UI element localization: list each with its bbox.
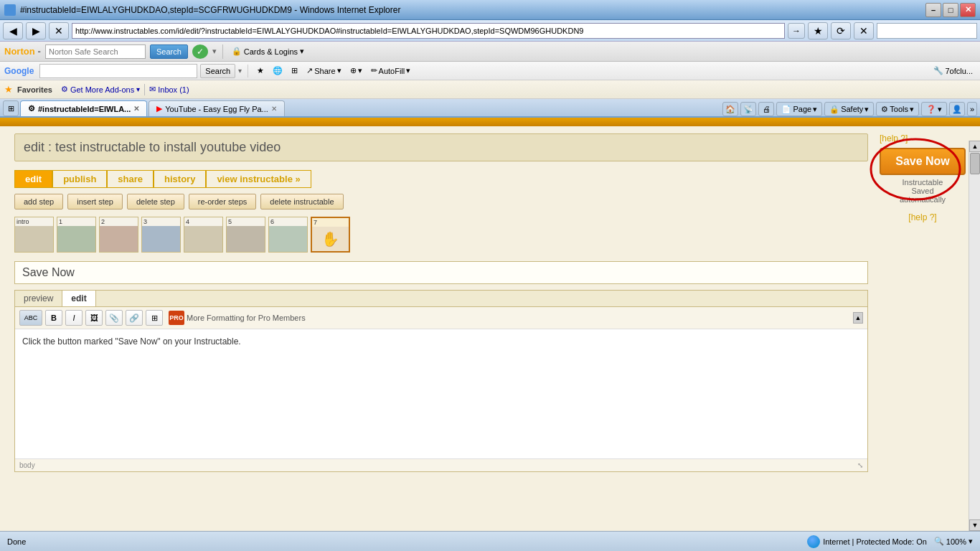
scrollbar-thumb[interactable] [970,153,980,174]
content-layout: edit : test instructable to install yout… [14,133,966,472]
google-toolbar-plus[interactable]: ⊕▾ [347,65,365,77]
favorites-item-addons[interactable]: ⚙ Get More Add-ons ▾ [61,85,140,94]
step-thumb-7[interactable]: 7 ✋ [311,217,350,253]
google-toolbar-input[interactable] [39,64,197,78]
favorites-bar: ★ Favorites ⚙ Get More Add-ons ▾ ✉ Inbox… [0,80,980,99]
step-thumb-4[interactable]: 4 [184,217,223,253]
norton-cards-logins[interactable]: 🔒 Cards & Logins ▾ [229,45,307,57]
save-now-button[interactable]: Save Now [880,148,966,175]
tab-view-instructable[interactable]: view instructable » [206,170,311,188]
favorites-button[interactable]: ★ [808,22,828,39]
delete-instructable-button[interactable]: delete instructable [260,194,343,209]
addons-arrow[interactable]: ▾ [136,85,140,93]
editor-content: Click the button marked "Save Now" on yo… [22,336,241,347]
close-button[interactable]: ✕ [960,3,976,17]
link-tool-button[interactable]: 🔗 [126,310,143,326]
help-link-2[interactable]: [help ?] [908,212,936,222]
tools-label-tab: Tools [890,105,908,113]
refresh-page-button[interactable]: ⟳ [831,22,851,39]
go-button[interactable]: → [788,23,805,39]
step-thumb-intro[interactable]: intro [14,217,54,253]
google-toolbar-autofill[interactable]: ✏ AutoFill ▾ [368,65,414,77]
page-scrollbar: ▲ ▼ [969,141,980,531]
step-thumb-2[interactable]: 2 [99,217,138,253]
image-tool-button[interactable]: 🖼 [85,310,103,326]
attach-tool-button[interactable]: 📎 [105,310,123,326]
stop-button[interactable]: ✕ [854,22,874,39]
tab-edit[interactable]: edit [14,170,52,188]
tab-youtube[interactable]: ▶ YouTube - Easy Egg Fly Pa... ✕ [149,100,284,116]
editor-container: preview edit ABC B I 🖼 📎 🔗 ⊞ PRO More [14,290,868,472]
scrollbar-down-button[interactable]: ▼ [969,519,980,531]
norton-search-button[interactable]: Search [150,44,188,59]
insert-step-button[interactable]: insert step [67,194,123,209]
google-toolbar-search-btn[interactable]: Search [200,64,235,78]
google-toolbar-share[interactable]: ↗ Share ▾ [303,65,344,77]
norton-dropdown-arrow[interactable]: ▾ [212,47,217,56]
google-toolbar-grid[interactable]: ⊞ [288,65,301,77]
tab-close-instructables[interactable]: ✕ [133,105,139,113]
home-button[interactable]: 🏠 [722,102,738,116]
reorder-steps-button[interactable]: re-order steps [189,194,256,209]
safety-label: Safety [841,105,863,113]
tab-icon-youtube: ▶ [156,104,162,113]
forward-button[interactable]: ▶ [26,22,46,39]
step-thumb-6[interactable]: 6 [268,217,308,253]
page-button[interactable]: 📄Page▾ [776,102,822,116]
add-step-button[interactable]: add step [14,194,63,209]
norton-cards-arrow: ▾ [300,47,304,56]
step-thumb-1[interactable]: 1 [57,217,96,253]
tab-history[interactable]: history [154,170,206,188]
refresh-button[interactable]: ✕ [49,22,69,39]
safety-button[interactable]: 🔒Safety▾ [824,102,874,116]
editor-tab-preview[interactable]: preview [15,291,62,306]
italic-tool-button[interactable]: I [65,310,83,326]
address-input[interactable] [72,23,785,39]
page-icon: 📄 [781,105,791,114]
bold-tool-button[interactable]: B [45,310,62,326]
google-tools-right[interactable]: 🔧 7ofclu... [930,65,976,77]
expand-button[interactable]: » [967,102,977,116]
zoom-indicator[interactable]: 🔍 100% ▾ [934,537,973,546]
delete-step-button[interactable]: delete step [127,194,184,209]
editor-body[interactable]: Click the button marked "Save Now" on yo… [15,329,867,458]
step-thumb-5[interactable]: 5 [226,217,265,253]
help-link-1[interactable]: [help ?] [880,133,908,143]
step-label-intro: intro [15,217,53,226]
abc-tool-button[interactable]: ABC [19,310,42,326]
help-button[interactable]: ❓▾ [921,102,947,116]
step-title-input[interactable] [14,261,868,284]
maximize-button[interactable]: □ [943,3,958,17]
google-toolbar-web[interactable]: 🌐 [270,65,286,77]
back-button[interactable]: ◀ [3,22,23,39]
user-button[interactable]: 👤 [949,102,965,116]
print-button[interactable]: 🖨 [758,102,774,116]
main-editor-panel: edit : test instructable to install yout… [14,133,868,472]
step-thumb-3[interactable]: 3 [141,217,181,253]
norton-text: Norton [4,46,35,57]
google-toolbar-bookmarks[interactable]: ★ [254,65,267,77]
tab-publish[interactable]: publish [52,170,107,188]
tab-instructables[interactable]: ⚙ #instructableId=EIWLA... ✕ [20,100,147,116]
zoom-arrow[interactable]: ▾ [969,537,973,546]
scrollbar-up-button[interactable]: ▲ [969,141,980,152]
tools-button[interactable]: ⚙Tools▾ [876,102,919,116]
google-search-input[interactable] [877,23,977,39]
tab-grid-button[interactable]: ⊞ [3,100,19,116]
more-formatting-label[interactable]: More Formatting for Pro Members [187,314,306,322]
search-dropdown-arrow[interactable]: ▾ [238,67,242,75]
minimize-button[interactable]: – [925,3,941,17]
tab-share[interactable]: share [107,170,154,188]
table-tool-button[interactable]: ⊞ [146,310,163,326]
step-label-4: 4 [184,217,222,226]
editor-tab-edit[interactable]: edit [62,291,95,306]
page-arrow: ▾ [813,105,817,114]
tab-close-youtube[interactable]: ✕ [271,105,277,113]
favorites-item-inbox[interactable]: ✉ Inbox (1) [149,85,189,94]
rss-button[interactable]: 📡 [740,102,756,116]
step-img-intro [15,226,53,252]
norton-search-input[interactable] [45,44,146,59]
resize-handle[interactable]: ⤡ [857,461,863,469]
editor-scrollbar-up[interactable]: ▲ [853,312,863,324]
step-label-6: 6 [269,217,307,226]
